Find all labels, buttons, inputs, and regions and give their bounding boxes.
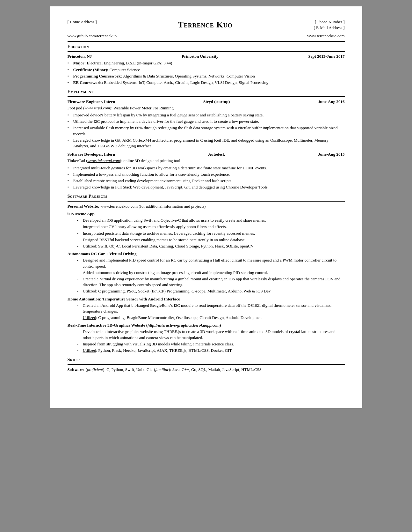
- personal-website-blurb: Personal Website: www.terrencekuo.com (f…: [68, 203, 345, 209]
- phone-number: [ Phone Number ]: [314, 19, 344, 25]
- job-stryd-bullet-4: • Leveraged knowledge in Git, ARM Cortex…: [68, 137, 345, 149]
- proj-ios-bullet-4: - Designed RESTful backend server enabli…: [77, 237, 345, 243]
- education-divider: [68, 51, 345, 52]
- job-stryd-bullet-3: • Increased available flash memory by 66…: [68, 125, 345, 137]
- education-row: Princeton, NJ Princeton University Sept …: [68, 54, 345, 59]
- job-stryd-row: Firmware Engineer, Intern Stryd (startup…: [68, 99, 345, 105]
- personal-website-link[interactable]: www.terrencekuo.com: [307, 33, 345, 39]
- proj-3d-bullet-3: - Utilized: Python, Flask, Heroku, JavaS…: [77, 348, 345, 353]
- software-projects-divider: [68, 201, 345, 202]
- edu-date: Sept 2013-June 2017: [308, 54, 344, 59]
- proj-ios-bullet-2: - Integrated openCV library allowing use…: [77, 224, 345, 230]
- edu-major: • Major: Electrical Engineering, B.S.E (…: [68, 60, 345, 66]
- employment-section: Employment Firmware Engineer, Intern Str…: [68, 89, 345, 190]
- proj-ios-bullet-1: - Developed an iOS application using Swi…: [77, 218, 345, 223]
- resume-page: [ Home Address ] Terrence Kuo [ Phone Nu…: [50, 6, 362, 408]
- skills-title: Skills: [68, 357, 345, 363]
- software-projects-title: Software Projects: [68, 193, 345, 200]
- job-stryd-bullet-2: • Utilized the I2C protocol to implement…: [68, 119, 345, 124]
- proj-rc-title: Autonomous RC Car + Virtual Driving: [68, 251, 345, 257]
- job-stryd-bullet-1: • Improved device's battery lifespan by …: [68, 112, 345, 118]
- proj-rc-bullet-1: - Designed and implemented PID speed con…: [77, 257, 345, 269]
- job-autodesk-row: Software Developer, Intern Autodesk June…: [68, 151, 345, 157]
- job-autodesk: Software Developer, Intern Autodesk June…: [68, 151, 345, 190]
- proj-ios-bullet-5: - Utilized: Swift, Obj-C, Local Persiste…: [77, 243, 345, 249]
- github-link[interactable]: www.github.com/terrencekuo: [68, 33, 117, 39]
- home-address: [ Home Address ]: [68, 19, 97, 25]
- job-autodesk-bullet-3: • Established remote testing and coding …: [68, 178, 345, 184]
- proj-rc-bullet-4: - Utilized: C programming, PSoC, Socket …: [77, 288, 345, 294]
- proj-home-bullet-1: - Created an Android App that bit-banged…: [77, 303, 345, 314]
- edu-prog-coursework: • Programming Coursework: Algorithms & D…: [68, 73, 345, 79]
- edu-school: Princeton University: [182, 54, 218, 59]
- skills-divider: [68, 364, 345, 365]
- skills-section: Skills Software: (proficient): C, Python…: [68, 357, 345, 373]
- job-autodesk-bullet-2: • Implemented a low-pass and smoothing f…: [68, 172, 345, 177]
- header-left: [ Home Address ]: [68, 19, 97, 25]
- header-divider: [68, 41, 345, 42]
- job-stryd-desc: Foot pod (www.stryd.com): Wearable Power…: [68, 105, 345, 111]
- proj-3d-title: Real-Time Interactive 3D-Graphics Websit…: [68, 322, 345, 328]
- job-autodesk-desc: TinkerCad (www.tinkercad.com): online 3D…: [68, 158, 345, 164]
- proj-3d-bullet-2: - Inspired from struggling with visualiz…: [77, 341, 345, 347]
- proj-3d-bullet-1: - Developed an interactive graphics webs…: [77, 329, 345, 340]
- header-links: www.github.com/terrencekuo www.terrencek…: [68, 33, 345, 39]
- employment-divider: [68, 96, 345, 97]
- header-right: [ Phone Number ] [ E-Mail Address ]: [314, 19, 344, 31]
- job-stryd: Firmware Engineer, Intern Stryd (startup…: [68, 99, 345, 149]
- education-section: Education Princeton, NJ Princeton Univer…: [68, 44, 345, 86]
- header: [ Home Address ] Terrence Kuo [ Phone Nu…: [68, 19, 345, 32]
- proj-ios-title: iOS Meme App: [68, 211, 345, 217]
- email-address: [ E-Mail Address ]: [314, 25, 344, 31]
- proj-home-bullet-2: - Utilized: C programming, BeagleBone Mi…: [77, 315, 345, 321]
- edu-location: Princeton, NJ: [68, 54, 92, 59]
- job-autodesk-bullet-1: • Integrated multi-touch gestures for 3D…: [68, 165, 345, 171]
- education-title: Education: [68, 44, 345, 50]
- edu-minor: • Certificate (Minor): Computer Science: [68, 67, 345, 73]
- employment-title: Employment: [68, 89, 345, 95]
- skills-software: Software: (proficient): C, Python, Swift…: [68, 367, 345, 373]
- job-autodesk-bullet-4: • Leveraged knowledge in Full Stack Web …: [68, 184, 345, 190]
- header-center: Terrence Kuo: [97, 19, 314, 32]
- software-projects-section: Software Projects Personal Website: www.…: [68, 193, 345, 353]
- proj-home-title: Home Automation: Temperature Sensor with…: [68, 296, 345, 302]
- proj-rc-bullet-3: - Created a 'virtual driving experience'…: [77, 276, 345, 288]
- resume-name: Terrence Kuo: [97, 19, 314, 31]
- edu-ee-coursework: • EE Coursework: Embedded Systems, IoT, …: [68, 80, 345, 85]
- proj-ios-bullet-3: - Incorporated persistent data storage t…: [77, 231, 345, 236]
- proj-rc-bullet-2: - Added autonomous driving by constructi…: [77, 270, 345, 276]
